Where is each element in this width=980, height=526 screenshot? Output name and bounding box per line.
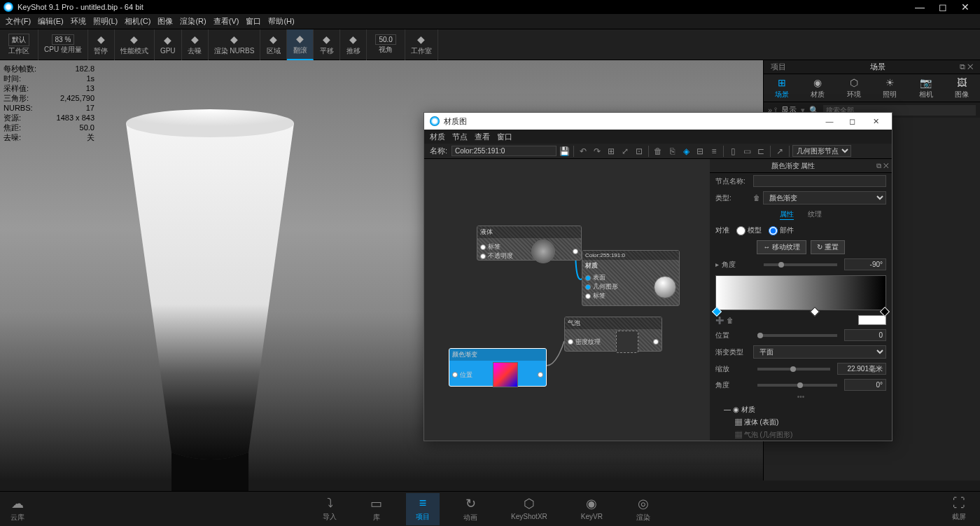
menu-item[interactable]: 环境 (71, 16, 86, 27)
tree-material-header[interactable]: — ◉ 材质 (715, 403, 886, 416)
toolbar-button[interactable]: 83 %CPU 使用量 (38, 29, 88, 60)
toolbar-button[interactable]: ◆平移 (314, 29, 340, 60)
bottom-button[interactable]: ◉KeyVR (571, 493, 612, 525)
screenshot-button[interactable]: ⛶ 截屏 (952, 496, 966, 522)
bottom-button[interactable]: ≡项目 (406, 493, 440, 525)
toolbar-button[interactable]: ◆去噪 (182, 29, 209, 60)
gradient-editor[interactable] (715, 275, 886, 310)
menu-item[interactable]: 相机(C) (125, 16, 150, 27)
angle-input[interactable] (844, 258, 886, 270)
material-name-input[interactable] (451, 146, 556, 156)
node-mode-icon[interactable]: ◈ (680, 145, 692, 158)
node-graph-canvas[interactable]: 液体 标签 不透明度 Color:255:191:0 材质 表面 (424, 159, 710, 441)
zoom-icon[interactable]: ⊡ (633, 145, 645, 158)
panel-tab[interactable]: ⊞场景 (775, 77, 789, 99)
panel-tab[interactable]: ◉材质 (811, 77, 825, 99)
add-stop-icon[interactable]: ➕ (715, 317, 724, 324)
layout2-icon[interactable]: ▭ (741, 145, 753, 158)
panel-tab[interactable]: 🖼图像 (955, 77, 969, 99)
layout3-icon[interactable]: ⊏ (755, 145, 767, 158)
node-liquid[interactable]: 液体 标签 不透明度 (477, 226, 582, 261)
delete-icon[interactable]: 🗑 (652, 145, 664, 158)
position-slider[interactable] (757, 334, 837, 337)
bottom-button[interactable]: ⤵导入 (313, 493, 346, 525)
align-icon[interactable]: ≡ (708, 145, 720, 158)
bottom-button[interactable]: ◎渲染 (626, 493, 660, 525)
maximize-button[interactable]: ◻ (939, 1, 947, 13)
radio-part[interactable]: 部件 (769, 226, 794, 235)
bottom-button[interactable]: ⬡KeyShotXR (501, 493, 557, 525)
render-stats: 每秒帧数:182.8时间:1s采样值:13三角形:2,425,790NURBS:… (4, 64, 94, 142)
panel-tab-project[interactable]: 项目 (771, 62, 786, 72)
menu-item[interactable]: 照明(L) (93, 16, 118, 27)
dialog-menu-item[interactable]: 查看 (475, 132, 490, 142)
panel-tab[interactable]: ☀照明 (883, 77, 897, 99)
fit-icon[interactable]: ⤢ (619, 145, 631, 158)
angle2-slider[interactable] (757, 384, 837, 387)
snap-icon[interactable]: ⊞ (605, 145, 617, 158)
dialog-minimize-button[interactable]: — (819, 117, 840, 125)
dialog-close-button[interactable]: ✕ (865, 117, 886, 126)
minimize-button[interactable]: — (915, 1, 925, 13)
reset-button[interactable]: ↻ 重置 (811, 240, 845, 254)
toolbar-button[interactable]: 默认工作区 (0, 29, 38, 60)
node-color-gradient[interactable]: 颜色渐变 位置 (449, 348, 547, 387)
dialog-menu-item[interactable]: 材质 (430, 132, 445, 142)
node-bubble[interactable]: 气泡 密度纹理 (564, 317, 662, 352)
toolbar-button[interactable]: ◆翻滚 (287, 29, 314, 60)
position-input[interactable] (844, 329, 886, 341)
toolbar-button[interactable]: ◆工作室 (405, 29, 438, 60)
menu-item[interactable]: 窗口 (246, 16, 261, 27)
close-button[interactable]: ✕ (961, 1, 969, 13)
toolbar-button[interactable]: ◆暂停 (88, 29, 115, 60)
toolbar-button[interactable]: 50.0视角 (367, 29, 405, 60)
layout1-icon[interactable]: ▯ (727, 145, 739, 158)
dialog-menu-item[interactable]: 窗口 (497, 132, 512, 142)
menu-item[interactable]: 文件(F) (6, 16, 31, 27)
angle2-input[interactable] (844, 379, 886, 391)
trash-icon[interactable]: 🗑 (753, 194, 760, 202)
bottom-button[interactable]: ▭库 (360, 493, 392, 525)
tab-texture[interactable]: 纹理 (808, 209, 822, 220)
redo-icon[interactable]: ↷ (591, 145, 603, 158)
panel-tab[interactable]: ⬡环境 (847, 77, 861, 99)
dialog-menu-item[interactable]: 节点 (452, 132, 468, 142)
grid-icon[interactable]: ⊟ (694, 145, 706, 158)
duplicate-icon[interactable]: ⎘ (666, 145, 678, 158)
panel-popout-icon[interactable]: ⧉ ✕ (960, 62, 973, 71)
toolbar-button[interactable]: ◆推移 (340, 29, 367, 60)
del-stop-icon[interactable]: 🗑 (727, 317, 734, 324)
tree-item[interactable]: ▦ 气泡 (几何图形) (715, 429, 886, 441)
node-name-input[interactable] (753, 175, 886, 187)
menu-item[interactable]: 图像 (158, 16, 173, 27)
node-material[interactable]: Color:255:191:0 材质 表面 几何图形 标签 (582, 250, 680, 306)
menu-item[interactable]: 编辑(E) (38, 16, 64, 27)
cloud-library-button[interactable]: ☁ 云库 (10, 496, 24, 522)
gradient-type-select[interactable]: 平面 (753, 345, 886, 359)
toolbar-button[interactable]: ◆区域 (260, 29, 287, 60)
props-close-icon[interactable]: ⧉ ✕ (876, 159, 889, 173)
panel-tab[interactable]: 📷相机 (919, 77, 933, 99)
toolbar-button[interactable]: ◆性能模式 (115, 29, 155, 60)
export-icon[interactable]: ↗ (774, 145, 786, 158)
geometry-node-select[interactable]: 几何图形节点 (792, 145, 851, 157)
node-type-select[interactable]: 颜色渐变 (763, 191, 886, 205)
bottom-button[interactable]: ↻动画 (454, 493, 487, 525)
radio-model[interactable]: 模型 (736, 226, 762, 235)
tab-attributes[interactable]: 属性 (780, 209, 794, 220)
main-toolbar: 默认工作区83 %CPU 使用量◆暂停◆性能模式◆GPU◆去噪◆渲染 NURBS… (0, 29, 980, 60)
save-icon[interactable]: 💾 (558, 145, 570, 158)
angle-slider[interactable] (764, 263, 837, 266)
color-swatch[interactable] (858, 315, 886, 325)
toolbar-button[interactable]: ◆GPU (155, 29, 182, 60)
scale-input[interactable] (837, 363, 886, 375)
scale-slider[interactable] (757, 368, 830, 371)
tree-item[interactable]: ▦ 液体 (表面) (715, 416, 886, 429)
dialog-maximize-button[interactable]: ◻ (842, 117, 863, 126)
move-texture-button[interactable]: ↔ 移动纹理 (757, 240, 806, 254)
menu-item[interactable]: 帮助(H) (268, 16, 294, 27)
menu-item[interactable]: 查看(V) (214, 16, 239, 27)
undo-icon[interactable]: ↶ (577, 145, 589, 158)
menu-item[interactable]: 渲染(R) (180, 16, 206, 27)
toolbar-button[interactable]: ◆渲染 NURBS (209, 29, 261, 60)
